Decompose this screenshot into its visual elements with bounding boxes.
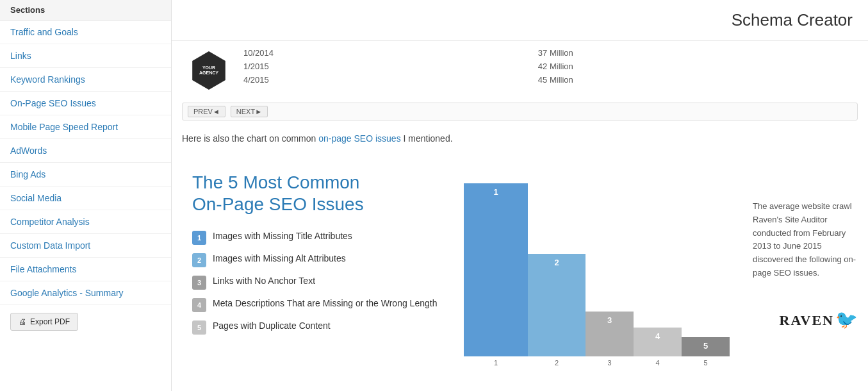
page-title: Schema Creator (732, 10, 853, 30)
bar-label: 4 (655, 359, 659, 367)
data-table: 10/201437 Million1/201542 Million4/20154… (236, 46, 858, 87)
agency-logo: YOUR AGENCY (182, 41, 236, 100)
sidebar-item-adwords[interactable]: AdWords (0, 139, 171, 163)
bar-group: 3 3 (585, 312, 634, 367)
top-section: YOUR AGENCY 10/201437 Million1/201542 Mi… (172, 41, 868, 100)
item-badge: 5 (192, 320, 206, 335)
chart-items-list: 1 Images with Missing Title Attributes 2… (192, 230, 441, 335)
main-content: Schema Creator YOUR AGENCY 10/201437 Mil… (172, 0, 868, 391)
table-cell-value: 37 Million (530, 46, 858, 60)
bar: 1 (464, 183, 528, 356)
agency-hexagon: YOUR AGENCY (190, 51, 228, 90)
prev-button[interactable]: PREV◄ (188, 106, 225, 117)
sidebar: Sections Traffic and Goals Links Keyword… (0, 0, 172, 391)
sidebar-item-mobile-page-speed-report[interactable]: Mobile Page Speed Report (0, 115, 171, 139)
printer-icon: 🖨 (19, 317, 26, 326)
item-badge: 1 (192, 231, 206, 245)
item-label: Meta Descriptions That are Missing or th… (213, 297, 437, 310)
table-cell-value: 45 Million (530, 73, 858, 87)
bar-chart: 1 1 2 2 3 3 4 4 5 5 (464, 162, 730, 379)
bar-group: 1 1 (464, 183, 528, 367)
bar-label: 5 (703, 359, 707, 367)
table-cell-value: 42 Million (530, 60, 858, 73)
chart-section: The 5 Most Common On-Page SEO Issues 1 I… (172, 151, 868, 379)
pagination-bar: PREV◄ NEXT► (182, 103, 858, 121)
bar-group: 2 2 (528, 254, 585, 367)
sidebar-item-custom-data-import[interactable]: Custom Data Import (0, 234, 171, 258)
chart-list-item: 2 Images with Missing Alt Attributes (192, 253, 441, 267)
bar: 3 (585, 312, 634, 356)
highlight-text: on-page SEO issues (318, 133, 400, 144)
chart-list-item: 3 Links with No Anchor Text (192, 275, 441, 290)
sidebar-item-social-media[interactable]: Social Media (0, 187, 171, 210)
bar-label: 2 (555, 359, 559, 367)
table-cell-date: 1/2015 (236, 60, 530, 73)
item-label: Images with Missing Alt Attributes (213, 253, 346, 265)
export-btn-container: 🖨 Export PDF (0, 305, 171, 338)
table-row: 4/201545 Million (236, 73, 858, 87)
table-cell-date: 4/2015 (236, 73, 530, 87)
agency-text-line1: YOUR (202, 65, 215, 71)
description-text: Here is also the chart on common on-page… (172, 123, 868, 151)
bar-group: 5 5 (682, 337, 730, 367)
data-table-container: 10/201437 Million1/201542 Million4/20154… (236, 41, 858, 100)
sidebar-item-on-page-seo-issues[interactable]: On-Page SEO Issues (0, 92, 171, 115)
table-row: 10/201437 Million (236, 46, 858, 60)
chart-title: The 5 Most Common On-Page SEO Issues (192, 172, 441, 215)
chart-list-item: 5 Pages with Duplicate Content (192, 320, 441, 335)
item-label: Links with No Anchor Text (213, 275, 315, 288)
agency-text-line2: AGENCY (199, 71, 218, 76)
next-button[interactable]: NEXT► (231, 106, 268, 117)
bar: 4 (634, 328, 682, 356)
chart-annotation: The average website crawl Raven's Site A… (742, 162, 858, 379)
item-badge: 2 (192, 253, 206, 267)
sidebar-item-links[interactable]: Links (0, 44, 171, 68)
item-label: Images with Missing Title Attributes (213, 230, 352, 243)
sidebar-item-google-analytics-summary[interactable]: Google Analytics - Summary (0, 281, 171, 305)
bar-label: 1 (494, 359, 498, 367)
chart-left: The 5 Most Common On-Page SEO Issues 1 I… (182, 162, 451, 379)
sidebar-item-traffic-and-goals[interactable]: Traffic and Goals (0, 21, 171, 44)
raven-bird-icon: 🐦 (835, 306, 858, 335)
chart-list-item: 4 Meta Descriptions That are Missing or … (192, 297, 441, 312)
item-badge: 4 (192, 298, 206, 312)
bar: 2 (528, 254, 585, 356)
sidebar-header: Sections (0, 0, 171, 21)
bar-label: 3 (607, 359, 611, 367)
sidebar-item-bing-ads[interactable]: Bing Ads (0, 163, 171, 187)
item-label: Pages with Duplicate Content (213, 320, 331, 333)
bar-group: 4 4 (634, 328, 682, 367)
table-cell-date: 10/2014 (236, 46, 530, 60)
sidebar-item-file-attachments[interactable]: File Attachments (0, 258, 171, 281)
main-header: Schema Creator (172, 0, 868, 41)
export-pdf-button[interactable]: 🖨 Export PDF (10, 313, 78, 331)
chart-list-item: 1 Images with Missing Title Attributes (192, 230, 441, 245)
sidebar-item-competitor-analysis[interactable]: Competitor Analysis (0, 210, 171, 234)
table-row: 1/201542 Million (236, 60, 858, 73)
bar: 5 (682, 337, 730, 356)
raven-logo-text: RAVEN (780, 309, 834, 331)
item-badge: 3 (192, 276, 206, 290)
raven-logo: RAVEN 🐦 (753, 306, 858, 335)
sidebar-item-keyword-rankings[interactable]: Keyword Rankings (0, 68, 171, 92)
